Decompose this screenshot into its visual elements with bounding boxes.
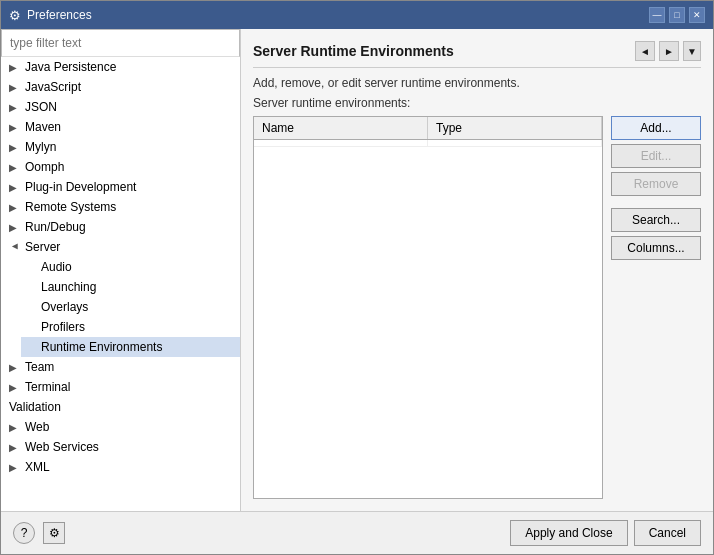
server-table: Name Type xyxy=(253,116,603,499)
expand-arrow: ▶ xyxy=(9,122,21,133)
table-body xyxy=(254,140,602,496)
tree-item-oomph[interactable]: ▶ Oomph xyxy=(1,157,240,177)
tree-item-server[interactable]: ▼ Server xyxy=(1,237,240,257)
tree-item-java-persistence[interactable]: ▶ Java Persistence xyxy=(1,57,240,77)
apply-close-button[interactable]: Apply and Close xyxy=(510,520,627,546)
column-name: Name xyxy=(254,117,428,139)
maximize-button[interactable]: □ xyxy=(669,7,685,23)
help-button[interactable]: ? xyxy=(13,522,35,544)
add-button[interactable]: Add... xyxy=(611,116,701,140)
panel-description: Add, remove, or edit server runtime envi… xyxy=(253,76,701,90)
tree-item-web[interactable]: ▶ Web xyxy=(1,417,240,437)
expand-arrow: ▶ xyxy=(9,82,21,93)
tree-item-overlays[interactable]: Overlays xyxy=(21,297,240,317)
expand-arrow: ▶ xyxy=(9,102,21,113)
tree-item-label: Oomph xyxy=(25,160,64,174)
remove-button[interactable]: Remove xyxy=(611,172,701,196)
expand-arrow: ▶ xyxy=(9,442,21,453)
tree-item-label: Server xyxy=(25,240,60,254)
tree-item-xml[interactable]: ▶ XML xyxy=(1,457,240,477)
expand-arrow: ▶ xyxy=(9,162,21,173)
tree-item-label: Team xyxy=(25,360,54,374)
expand-arrow: ▶ xyxy=(9,362,21,373)
cancel-button[interactable]: Cancel xyxy=(634,520,701,546)
tree-item-label: Profilers xyxy=(41,320,85,334)
side-buttons: Add... Edit... Remove Search... Columns.… xyxy=(611,116,701,499)
tree-item-mylyn[interactable]: ▶ Mylyn xyxy=(1,137,240,157)
tree-item-audio[interactable]: Audio xyxy=(21,257,240,277)
table-and-buttons: Name Type Add... Edit... Remove xyxy=(253,116,701,499)
tree-item-json[interactable]: ▶ JSON xyxy=(1,97,240,117)
tree-item-profilers[interactable]: Profilers xyxy=(21,317,240,337)
expand-arrow: ▶ xyxy=(9,202,21,213)
tree-item-label: Overlays xyxy=(41,300,88,314)
tree-server-children: Audio Launching Overlays Profilers Runti… xyxy=(1,257,240,357)
tree-item-label: Launching xyxy=(41,280,96,294)
tree-item-launching[interactable]: Launching xyxy=(21,277,240,297)
expand-arrow: ▶ xyxy=(9,382,21,393)
title-bar: ⚙ Preferences — □ ✕ xyxy=(1,1,713,29)
tree-item-label: Maven xyxy=(25,120,61,134)
window-icon: ⚙ xyxy=(9,8,21,23)
tree-item-label: Web Services xyxy=(25,440,99,454)
expand-arrow: ▶ xyxy=(9,142,21,153)
table-row xyxy=(254,140,602,147)
tree-item-maven[interactable]: ▶ Maven xyxy=(1,117,240,137)
tree-item-label: Remote Systems xyxy=(25,200,116,214)
minimize-button[interactable]: — xyxy=(649,7,665,23)
tree-area: ▶ Java Persistence ▶ JavaScript ▶ JSON ▶… xyxy=(1,57,240,511)
tree-item-web-services[interactable]: ▶ Web Services xyxy=(1,437,240,457)
content-area: ▶ Java Persistence ▶ JavaScript ▶ JSON ▶… xyxy=(1,29,713,511)
panel-navigation: ◄ ► ▼ xyxy=(635,41,701,61)
tree-item-run-debug[interactable]: ▶ Run/Debug xyxy=(1,217,240,237)
tree-item-terminal[interactable]: ▶ Terminal xyxy=(1,377,240,397)
expand-arrow: ▶ xyxy=(9,422,21,433)
columns-button[interactable]: Columns... xyxy=(611,236,701,260)
dropdown-button[interactable]: ▼ xyxy=(683,41,701,61)
panel-title-bar: Server Runtime Environments ◄ ► ▼ xyxy=(253,41,701,68)
bottom-bar: ? ⚙ Apply and Close Cancel xyxy=(1,511,713,554)
table-cell-name xyxy=(254,140,428,146)
tree-item-label: Validation xyxy=(9,400,61,414)
table-label: Server runtime environments: xyxy=(253,96,701,110)
back-button[interactable]: ◄ xyxy=(635,41,655,61)
left-panel: ▶ Java Persistence ▶ JavaScript ▶ JSON ▶… xyxy=(1,29,241,511)
tree-item-validation[interactable]: Validation xyxy=(1,397,240,417)
bottom-right-buttons: Apply and Close Cancel xyxy=(510,520,701,546)
preferences-window: ⚙ Preferences — □ ✕ ▶ Java Persistence ▶… xyxy=(0,0,714,555)
table-header: Name Type xyxy=(254,117,602,140)
expand-arrow: ▶ xyxy=(9,62,21,73)
tree-item-label: Web xyxy=(25,420,49,434)
tree-item-runtime-environments[interactable]: Runtime Environments xyxy=(21,337,240,357)
expand-arrow: ▶ xyxy=(9,462,21,473)
title-bar-controls: — □ ✕ xyxy=(649,7,705,23)
expand-arrow: ▼ xyxy=(10,241,21,253)
title-bar-left: ⚙ Preferences xyxy=(9,8,92,23)
tree-item-label: JavaScript xyxy=(25,80,81,94)
tree-item-label: Runtime Environments xyxy=(41,340,162,354)
tree-item-javascript[interactable]: ▶ JavaScript xyxy=(1,77,240,97)
tree-item-label: Java Persistence xyxy=(25,60,116,74)
settings-button[interactable]: ⚙ xyxy=(43,522,65,544)
table-cell-type xyxy=(428,140,602,146)
tree-item-label: JSON xyxy=(25,100,57,114)
tree-item-remote-systems[interactable]: ▶ Remote Systems xyxy=(1,197,240,217)
right-panel: Server Runtime Environments ◄ ► ▼ Add, r… xyxy=(241,29,713,511)
forward-button[interactable]: ► xyxy=(659,41,679,61)
expand-arrow: ▶ xyxy=(9,182,21,193)
expand-arrow: ▶ xyxy=(9,222,21,233)
search-button[interactable]: Search... xyxy=(611,208,701,232)
tree-item-label: XML xyxy=(25,460,50,474)
close-button[interactable]: ✕ xyxy=(689,7,705,23)
tree-item-team[interactable]: ▶ Team xyxy=(1,357,240,377)
tree-item-label: Run/Debug xyxy=(25,220,86,234)
tree-item-label: Plug-in Development xyxy=(25,180,136,194)
filter-input[interactable] xyxy=(1,29,240,57)
tree-item-label: Mylyn xyxy=(25,140,56,154)
edit-button[interactable]: Edit... xyxy=(611,144,701,168)
window-title: Preferences xyxy=(27,8,92,22)
tree-item-plugin-development[interactable]: ▶ Plug-in Development xyxy=(1,177,240,197)
tree-item-label: Audio xyxy=(41,260,72,274)
bottom-left-icons: ? ⚙ xyxy=(13,522,65,544)
panel-title-text: Server Runtime Environments xyxy=(253,43,454,59)
